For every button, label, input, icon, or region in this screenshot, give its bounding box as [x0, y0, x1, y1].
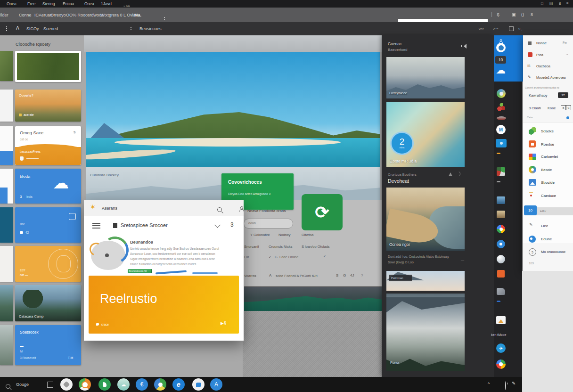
rail-photo-blue-icon[interactable]: [497, 196, 505, 204]
taskbar-app-euro[interactable]: €: [136, 378, 148, 391]
rail-onedrive-icon[interactable]: ☁: [496, 65, 506, 76]
thumb-icon[interactable]: [449, 172, 452, 176]
menubar-item[interactable]: Siering: [42, 1, 55, 6]
green-card-subtitle[interactable]: Dicyoa Doo acted Arraigoaoo ∨: [228, 192, 271, 196]
keyboard-key-icon[interactable]: ST: [558, 92, 568, 98]
rail-gray-blob-icon[interactable]: [497, 288, 505, 295]
chip-box-b[interactable]: B: [561, 105, 566, 110]
taskbar-app-settings[interactable]: [60, 378, 73, 391]
toolbar-item-menu[interactable]: Ma.: [134, 13, 141, 17]
partial-card[interactable]: [0, 207, 13, 243]
toolbar-item-partial[interactable]: Wilder: [0, 13, 8, 17]
count-tool-icon[interactable]: 8: [531, 12, 533, 17]
orange-banner[interactable]: Reelrustio crace ▶§: [89, 276, 239, 334]
form-bottom-4j[interactable]: 4J: [350, 273, 354, 278]
landscape-photo-card[interactable]: Catacara Camp: [15, 285, 81, 321]
taskbar-app-chrome[interactable]: [79, 378, 91, 391]
forest-card[interactable]: [15, 51, 81, 82]
tray-pen-icon[interactable]: ✎: [512, 381, 516, 386]
flyout-row-label[interactable]: Oacbsoa: [536, 64, 550, 68]
partial-card[interactable]: [0, 325, 13, 365]
count-icon[interactable]: 8: [559, 1, 561, 6]
rail-colorful-circle-icon[interactable]: [496, 359, 506, 369]
form-input[interactable]: ooon: [244, 219, 293, 229]
rail-photo-tan-icon[interactable]: [497, 211, 505, 218]
form-link[interactable]: Oltwfoa: [302, 233, 313, 237]
banner-forward-icon[interactable]: ▶§: [221, 321, 226, 326]
panel-icon[interactable]: ▤: [549, 1, 553, 6]
more-dots-icon[interactable]: [164, 17, 165, 18]
dialog-person-icon[interactable]: [239, 206, 244, 212]
toolbar-item[interactable]: ICAeruart: [34, 13, 53, 17]
flyout-app-label[interactable]: Roedoe: [541, 142, 554, 147]
flyout-app-label[interactable]: Mo oruooouooc: [541, 250, 565, 254]
rail-plane-circle-icon[interactable]: ✈: [496, 343, 506, 353]
chip-label-b[interactable]: Kooe: [548, 106, 556, 110]
toolbar-item[interactable]: Wtxtgrera 0 L Ovia: [100, 13, 136, 17]
rail-cherries-icon[interactable]: [497, 103, 506, 112]
paren-icon[interactable]: [456, 172, 460, 176]
taskbar-search-label[interactable]: Gouge: [16, 382, 29, 387]
flyout-10-tab[interactable]: 10: [524, 205, 537, 215]
panel-card-3[interactable]: Ocriea ngor: [386, 188, 465, 251]
taskbar-app-edge[interactable]: e: [172, 378, 185, 391]
rail-browser-circle-icon[interactable]: [497, 225, 505, 233]
square-tool-icon[interactable]: [509, 26, 514, 31]
partial-card[interactable]: [0, 169, 13, 204]
tray-caret-icon[interactable]: ^: [488, 382, 490, 386]
task-view-icon[interactable]: [47, 382, 53, 388]
sync-card[interactable]: Bar... 42 —: [15, 207, 81, 243]
flyout-app-label[interactable]: Carloevlet: [541, 155, 558, 159]
taskbar-app-chat[interactable]: [192, 378, 205, 391]
form-link[interactable]: Y Golonafint: [250, 233, 270, 237]
menubar-item[interactable]: Free: [27, 1, 35, 6]
image-tool-icon[interactable]: ▣: [512, 12, 516, 17]
partial-card[interactable]: [0, 51, 13, 81]
form-link[interactable]: Nodrwy: [278, 233, 290, 237]
flyout-app-label[interactable]: Beode: [541, 168, 552, 172]
partial-card[interactable]: [0, 90, 13, 122]
checkmark-icon[interactable]: ✓: [269, 255, 271, 259]
flyout-app-label[interactable]: Liec: [541, 224, 548, 228]
panel-card-4[interactable]: Pafrvman: [386, 271, 465, 291]
flyout-app-label[interactable]: Sdadxs: [541, 129, 554, 133]
menubar-item[interactable]: Onea: [7, 1, 16, 6]
refresh-icon[interactable]: [69, 213, 76, 220]
share-icon[interactable]: Ş: [497, 12, 499, 17]
menubar-item[interactable]: Onea: [84, 1, 94, 6]
panel-card-2[interactable]: 2 mins Zoote mR 3d.a: [386, 102, 465, 167]
sunset-card[interactable]: Ouverte? acerate: [15, 90, 81, 122]
partial-card[interactable]: [0, 246, 13, 282]
menubar-item[interactable]: 1Javd: [101, 1, 112, 6]
taskbar-app-weather[interactable]: ☁: [117, 378, 130, 391]
more-link[interactable]: —: [461, 259, 464, 262]
menu-burger-icon[interactable]: [92, 223, 100, 224]
rail-orange-box-icon[interactable]: [497, 270, 505, 278]
panel-card4-tab[interactable]: Pafrvman: [389, 275, 412, 281]
rail-m-app-icon[interactable]: M: [496, 125, 506, 134]
rail-white-photo-icon[interactable]: [496, 316, 506, 324]
flyout-row-label[interactable]: Nonac: [536, 41, 547, 45]
keyboard-row-label[interactable]: Kawrathaoy: [529, 93, 548, 98]
form-bottom-g[interactable]: G: [343, 273, 346, 278]
cloud-card[interactable]: blssta ☁ 3 Iroia: [15, 169, 81, 204]
omeg-card[interactable]: Omeg Sace $ cat oe bassssauFrees: [15, 126, 81, 165]
dialog-search-icon[interactable]: [217, 207, 222, 212]
taskbar-app-a[interactable]: A: [210, 378, 222, 391]
rail-10-badge[interactable]: 10: [495, 56, 506, 64]
chip-box-c[interactable]: C: [566, 105, 571, 110]
rail-photo-icon[interactable]: [497, 167, 505, 176]
partial-card[interactable]: [0, 285, 13, 321]
flyout-row-label[interactable]: Mouede1 Aoverovea: [536, 76, 565, 79]
chip-label-a[interactable]: 3 Ciaah: [529, 106, 541, 110]
partial-card[interactable]: [0, 126, 13, 165]
toolbar-item[interactable]: Orreoyo: [50, 13, 66, 17]
rail-marble-icon[interactable]: [497, 255, 505, 263]
subtoolbar-label-a[interactable]: SfCOy: [26, 26, 39, 31]
flyout-row-label[interactable]: Piea: [536, 53, 543, 57]
flyout-app-label[interactable]: Caeduce: [541, 194, 556, 198]
rail-blue-circle-icon[interactable]: [497, 240, 505, 248]
subtoolbar-right-label[interactable]: Beosincoes: [139, 26, 162, 31]
rail-camera-icon[interactable]: [496, 139, 507, 147]
vertical-dots-icon[interactable]: [6, 26, 7, 27]
